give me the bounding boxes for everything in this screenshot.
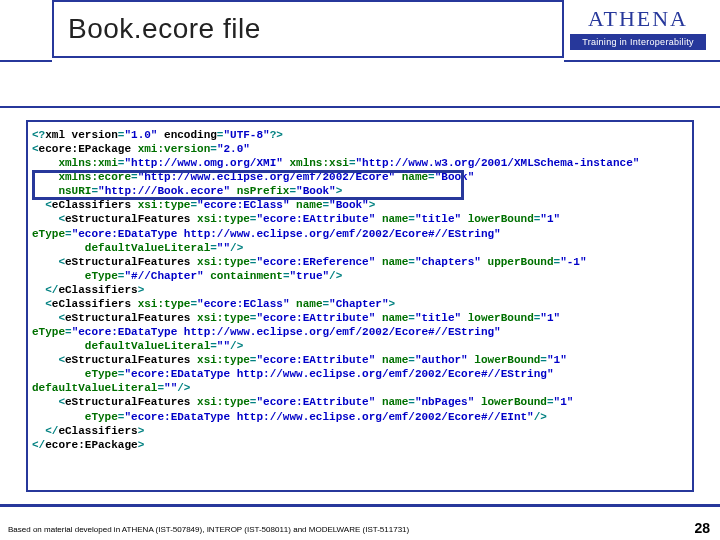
page-number: 28 xyxy=(694,520,710,536)
logo-subtitle: Training in Interoperability xyxy=(570,34,706,50)
slide-title: Book.ecore file xyxy=(68,13,261,45)
slide-header: Book.ecore file ATHENA Training in Inter… xyxy=(0,0,720,108)
header-divider xyxy=(0,60,720,62)
title-bar: Book.ecore file xyxy=(52,0,564,58)
slide: Book.ecore file ATHENA Training in Inter… xyxy=(0,0,720,540)
footer-divider xyxy=(0,504,720,507)
footer-credit: Based on material developed in ATHENA (I… xyxy=(8,525,409,534)
code-content: <?xml version="1.0" encoding="UTF-8"?> <… xyxy=(32,128,688,452)
slide-footer: Based on material developed in ATHENA (I… xyxy=(0,504,720,540)
athena-logo: ATHENA Training in Interoperability xyxy=(570,6,706,50)
code-box: <?xml version="1.0" encoding="UTF-8"?> <… xyxy=(26,120,694,492)
logo-text: ATHENA xyxy=(570,6,706,32)
